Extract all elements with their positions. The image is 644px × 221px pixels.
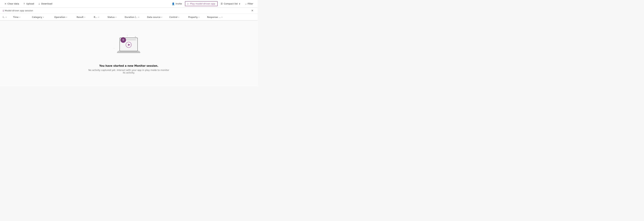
col-header-category[interactable]: Category ∨ xyxy=(30,15,53,19)
col-header-time[interactable]: Time ∨ xyxy=(12,15,30,19)
empty-state: + — + | + You have started a new M xyxy=(0,21,258,86)
chevron-down-icon: ∨ xyxy=(84,16,85,18)
svg-text:|: | xyxy=(127,35,128,36)
illustration: + — + | + xyxy=(112,33,146,60)
col-header-result[interactable]: Result ∨ xyxy=(75,15,92,19)
download-icon: ↓ xyxy=(38,3,40,5)
download-button[interactable]: ↓ Download xyxy=(36,1,54,6)
compact-list-button[interactable]: ☰ Compact list ∨ xyxy=(219,1,242,6)
play-icon: ▷ xyxy=(187,3,189,5)
play-model-driven-app-button[interactable]: ▷ Play model-driven app xyxy=(185,1,218,6)
toolbar-left: ✕ Clear data ↑ Upload ↓ Download xyxy=(3,1,170,6)
session-label: Model-driven app session xyxy=(5,9,33,12)
session-close-button[interactable]: ✕ xyxy=(250,8,255,13)
list-icon: ☰ xyxy=(221,3,223,5)
chevron-down-icon: ∨ xyxy=(98,16,99,18)
col-header-duration[interactable]: Duration (.. ∨ xyxy=(123,15,146,19)
svg-text:—: — xyxy=(113,47,115,49)
empty-state-title: You have started a new Monitor session. xyxy=(99,64,158,67)
svg-rect-13 xyxy=(117,53,140,53)
col-header-control[interactable]: Control ∨ xyxy=(168,15,187,19)
column-headers: I.. ∨ Time ∨ Category ∨ Operation ∨ Resu… xyxy=(0,14,258,21)
toolbar-right: 👤 Invite ▷ Play model-driven app ☰ Compa… xyxy=(170,1,255,6)
chevron-down-icon: ∨ xyxy=(138,16,139,18)
chevron-down-icon: ∨ xyxy=(178,16,179,18)
chevron-down-icon: ∨ xyxy=(43,16,44,18)
chevron-down-icon: ∨ xyxy=(6,16,7,18)
col-header-property[interactable]: Property ∨ xyxy=(187,15,206,19)
session-info: ℹ Model-driven app session xyxy=(3,9,33,12)
svg-text:+: + xyxy=(134,36,136,38)
filter-button[interactable]: ⌕ Filter xyxy=(244,1,255,6)
filter-icon: ⌕ xyxy=(245,3,246,5)
laptop-illustration: + — + | + xyxy=(112,33,142,59)
info-icon: ℹ xyxy=(3,9,4,12)
empty-state-subtitle: No activity captured yet. Interact with … xyxy=(88,69,170,74)
col-header-r[interactable]: R... ∨ xyxy=(92,15,106,19)
chevron-down-icon: ∨ xyxy=(239,3,240,5)
clear-icon: ✕ xyxy=(4,3,6,5)
chevron-down-icon: ∨ xyxy=(221,16,222,18)
chevron-down-icon: ∨ xyxy=(19,16,20,18)
svg-text:+: + xyxy=(122,38,125,42)
chevron-down-icon: ∨ xyxy=(66,16,67,18)
invite-button[interactable]: 👤 Invite xyxy=(170,1,184,6)
person-icon: 👤 xyxy=(172,3,175,5)
col-header-datasource[interactable]: Data source ∨ xyxy=(146,15,168,19)
col-header-response[interactable]: Response ... ∨ xyxy=(206,15,232,19)
col-header-status[interactable]: Status ∨ xyxy=(106,15,123,19)
toolbar: ✕ Clear data ↑ Upload ↓ Download 👤 Invit… xyxy=(0,0,258,8)
chevron-down-icon: ∨ xyxy=(115,16,116,18)
chevron-down-icon: ∨ xyxy=(198,16,200,18)
clear-data-button[interactable]: ✕ Clear data xyxy=(3,1,21,6)
upload-icon: ↑ xyxy=(23,3,25,5)
col-header-operation[interactable]: Operation ∨ xyxy=(53,15,75,19)
upload-button[interactable]: ↑ Upload xyxy=(22,1,36,6)
col-header-id[interactable]: I.. ∨ xyxy=(1,15,12,19)
chevron-down-icon: ∨ xyxy=(161,16,162,18)
svg-rect-10 xyxy=(126,39,136,40)
session-bar: ℹ Model-driven app session ✕ xyxy=(0,8,258,14)
